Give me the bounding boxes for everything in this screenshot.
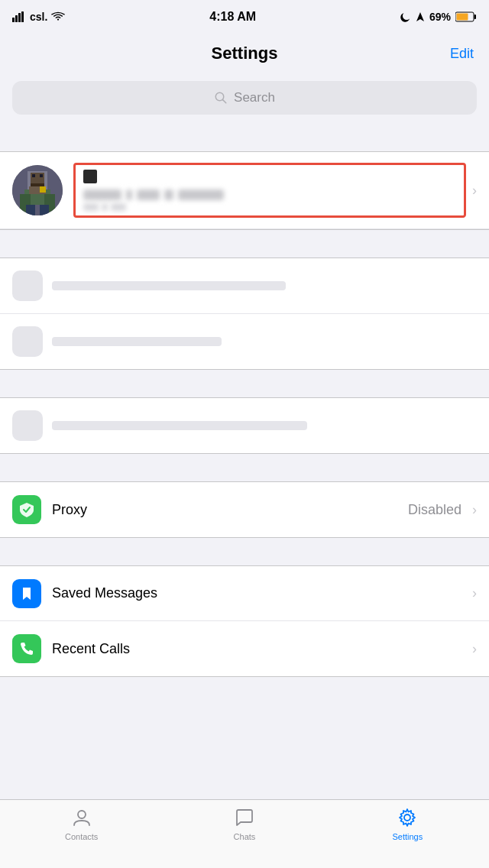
location-icon — [416, 11, 425, 22]
battery-label: 69% — [429, 11, 451, 23]
svg-rect-3 — [21, 11, 24, 22]
profile-info — [73, 163, 466, 218]
skeleton-icon-1 — [12, 270, 43, 301]
saved-messages-icon-box — [12, 579, 41, 608]
contacts-tab-icon — [70, 806, 93, 829]
recent-calls-item[interactable]: Recent Calls › — [0, 621, 489, 676]
proxy-item[interactable]: Proxy Disabled › — [0, 482, 489, 537]
proxy-chevron: › — [472, 502, 477, 518]
avatar — [12, 165, 63, 215]
profile-section: › — [0, 151, 489, 230]
person-icon — [72, 808, 92, 828]
search-bar[interactable]: Search — [12, 81, 477, 115]
status-block-2 — [111, 203, 126, 211]
section-gap-3 — [0, 370, 489, 397]
main-content: csl. 4:18 AM 69% — [0, 0, 489, 746]
profile-icon — [83, 170, 97, 183]
proxy-label: Proxy — [52, 502, 408, 518]
skeleton-section-2 — [0, 397, 489, 454]
svg-rect-21 — [40, 186, 46, 193]
skeleton-item-3 — [0, 398, 489, 453]
tab-chats[interactable]: Chats — [163, 806, 325, 841]
status-right: 69% — [400, 11, 477, 23]
tab-settings[interactable]: Settings — [326, 806, 489, 841]
recent-calls-label: Recent Calls — [52, 641, 466, 657]
svg-point-23 — [404, 815, 410, 821]
section-gap-4 — [0, 454, 489, 481]
nav-bar: Settings Edit — [0, 34, 489, 73]
battery-icon — [455, 11, 477, 22]
status-separator — [102, 203, 108, 211]
phone-icon — [18, 640, 35, 657]
svg-rect-0 — [12, 18, 15, 22]
search-container: Search — [0, 73, 489, 124]
svg-rect-12 — [32, 174, 35, 177]
settings-tab-label: Settings — [392, 832, 423, 841]
proxy-icon-box — [12, 495, 41, 524]
saved-messages-chevron: › — [472, 585, 477, 601]
bookmark-icon — [18, 585, 35, 602]
svg-rect-6 — [457, 14, 468, 21]
moon-icon — [400, 11, 411, 22]
proxy-section: Proxy Disabled › — [0, 481, 489, 538]
name-block-1 — [83, 189, 121, 200]
skeleton-icon-2 — [12, 326, 43, 357]
messages-section: Saved Messages › Recent Calls › — [0, 565, 489, 677]
section-gap-5 — [0, 538, 489, 565]
recent-calls-chevron: › — [472, 641, 477, 657]
svg-point-22 — [78, 811, 86, 818]
skeleton-item-2 — [0, 314, 489, 369]
skeleton-line-1 — [52, 281, 286, 290]
saved-messages-item[interactable]: Saved Messages › — [0, 566, 489, 621]
status-block-1 — [83, 203, 99, 211]
chats-tab-icon — [233, 806, 256, 829]
settings-tab-icon — [396, 806, 419, 829]
avatar-img — [12, 165, 63, 215]
name-block-3 — [164, 189, 173, 200]
profile-chevron: › — [472, 183, 477, 199]
gear-icon — [397, 808, 417, 828]
skeleton-icon-3 — [12, 410, 43, 441]
profile-name-line — [83, 189, 456, 200]
profile-item[interactable]: › — [0, 152, 489, 229]
name-block-4 — [178, 189, 224, 200]
profile-status-line — [83, 203, 456, 211]
recent-calls-icon-box — [12, 634, 41, 663]
tab-contacts[interactable]: Contacts — [0, 806, 163, 841]
svg-rect-1 — [15, 15, 18, 22]
search-placeholder: Search — [234, 90, 275, 105]
status-left: csl. — [12, 11, 65, 23]
status-bar: csl. 4:18 AM 69% — [0, 0, 489, 34]
name-separator — [126, 189, 132, 200]
skeleton-lines-1 — [52, 281, 477, 290]
section-gap-2 — [0, 230, 489, 257]
svg-rect-2 — [18, 13, 21, 22]
skeleton-line-3 — [52, 421, 307, 430]
shield-icon — [18, 501, 35, 518]
svg-rect-20 — [40, 205, 49, 215]
svg-rect-13 — [40, 174, 43, 177]
skeleton-line-2 — [52, 337, 222, 346]
page-title: Settings — [53, 44, 436, 63]
saved-messages-label: Saved Messages — [52, 585, 466, 601]
proxy-value: Disabled — [408, 502, 461, 518]
chat-bubble-icon — [235, 808, 254, 828]
carrier-label: csl. — [30, 11, 47, 23]
svg-rect-5 — [474, 15, 477, 19]
svg-line-8 — [223, 100, 226, 103]
skeleton-lines-2 — [52, 337, 477, 346]
edit-button[interactable]: Edit — [436, 46, 474, 62]
signal-icon — [12, 11, 26, 22]
skeleton-lines-3 — [52, 421, 477, 430]
tab-bar: Contacts Chats Settings — [0, 799, 489, 868]
contacts-tab-label: Contacts — [65, 832, 98, 841]
status-time: 4:18 AM — [209, 10, 256, 24]
search-icon — [214, 91, 228, 105]
section-gap-1 — [0, 124, 489, 151]
chats-tab-label: Chats — [234, 832, 256, 841]
skeleton-section-1 — [0, 257, 489, 370]
svg-rect-19 — [26, 205, 35, 215]
name-block-2 — [137, 189, 160, 200]
wifi-icon — [51, 11, 65, 22]
skeleton-item-1 — [0, 258, 489, 314]
